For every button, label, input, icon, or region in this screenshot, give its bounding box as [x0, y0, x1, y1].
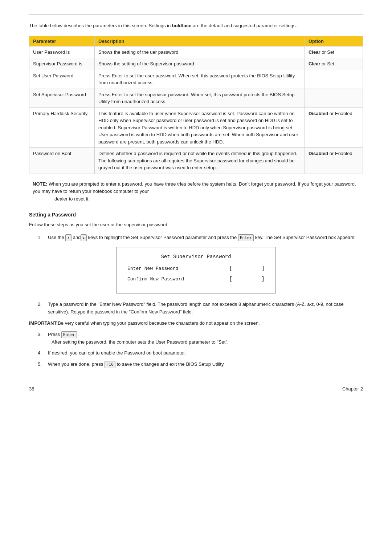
f10-key-icon: F10 [105, 361, 115, 368]
important-block: IMPORTANT:Be very careful when typing yo… [29, 320, 363, 327]
page-footer: 38 Chapter 2 [29, 383, 363, 392]
step-2-text: Type a password in the "Enter New Passwo… [48, 301, 363, 316]
note-text-line2: dealer to reset it. [33, 195, 363, 203]
step-5-text: When you are done, press F10 to save the… [48, 361, 225, 368]
col-header-description: Description [95, 36, 305, 46]
important-label: IMPORTANT: [29, 320, 58, 326]
down-key-icon: ↓ [81, 234, 87, 242]
opt-set-user-password [305, 70, 363, 89]
table-row: Primary Harddisk Security This feature i… [29, 108, 363, 148]
enter-new-password-input[interactable] [232, 266, 261, 271]
step-4-text: If desired, you can opt to enable the Pa… [48, 349, 186, 357]
param-set-user-password: Set User Password [29, 70, 95, 89]
parameters-table: Parameter Description Option User Passwo… [29, 36, 363, 174]
open-bracket-2: [ [229, 276, 232, 282]
desc-password-on-boot: Defines whether a password is required o… [95, 148, 305, 174]
steps-list: 1. Use the ↑ and↓ keys to highlight the … [38, 234, 363, 242]
close-bracket-2: ] [261, 276, 265, 282]
step-1-text: Use the ↑ and↓ keys to highlight the Set… [48, 234, 356, 242]
enter-new-password-label: Enter New Password [127, 266, 229, 271]
intro-text-before: The table below describes the parameters… [29, 23, 172, 28]
enter-key-2: Enter [61, 331, 77, 339]
password-box-title: Set Supervisor Password [127, 254, 265, 260]
desc-supervisor-password-is: Shows the setting of the Supervisor pass… [95, 58, 305, 70]
enter-new-password-row: Enter New Password [ ] [127, 266, 265, 272]
step-4: 4. If desired, you can opt to enable the… [38, 349, 363, 357]
setting-intro: Follow these steps as you set the user o… [29, 221, 363, 229]
note-label: NOTE: [33, 181, 47, 187]
desc-set-supervisor-password: Press Enter to set the supervisor passwo… [95, 89, 305, 108]
intro-bold: boldface [172, 23, 191, 28]
table-row: Set User Password Press Enter to set the… [29, 70, 363, 89]
step-1: 1. Use the ↑ and↓ keys to highlight the … [38, 234, 363, 242]
desc-set-user-password: Press Enter to set the user password. Wh… [95, 70, 305, 89]
opt-set-supervisor-password [305, 89, 363, 108]
steps-list-continued: 2. Type a password in the "Enter New Pas… [38, 301, 363, 316]
param-password-on-boot: Password on Boot [29, 148, 95, 174]
opt-user-password-is: Clear or Set [305, 46, 363, 58]
step-3-num: 3. [38, 331, 45, 346]
up-key-icon: ↑ [65, 234, 72, 242]
step-5-num: 5. [38, 361, 45, 368]
confirm-new-password-row: Confirm New Password [ ] [127, 276, 265, 282]
step-3: 3. Press Enter . After setting the passw… [38, 331, 363, 346]
col-header-parameter: Parameter [29, 36, 95, 46]
confirm-new-password-input[interactable] [232, 276, 261, 282]
page-number: 38 [29, 386, 34, 392]
table-row: Supervisor Password is Shows the setting… [29, 58, 363, 70]
opt-primary-harddisk-security: Disabled or Enabled [305, 108, 363, 148]
note-block: NOTE: When you are prompted to enter a p… [29, 181, 363, 203]
param-primary-harddisk-security: Primary Harddisk Security [29, 108, 95, 148]
desc-primary-harddisk-security: This feature is available to user when S… [95, 108, 305, 148]
chapter-label: Chapter 2 [342, 386, 363, 392]
confirm-new-password-label: Confirm New Password [127, 276, 229, 282]
step-4-num: 4. [38, 349, 45, 357]
set-supervisor-password-box: Set Supervisor Password Enter New Passwo… [116, 247, 276, 293]
step-1-num: 1. [38, 234, 45, 242]
param-set-supervisor-password: Set Supervisor Password [29, 89, 95, 108]
step-5: 5. When you are done, press F10 to save … [38, 361, 363, 368]
intro-text-after: are the default and suggested parameter … [191, 23, 297, 28]
table-row: Password on Boot Defines whether a passw… [29, 148, 363, 174]
table-row: User Password is Shows the setting of th… [29, 46, 363, 58]
opt-password-on-boot: Disabled or Enabled [305, 148, 363, 174]
param-supervisor-password-is: Supervisor Password is [29, 58, 95, 70]
param-user-password-is: User Password is [29, 46, 95, 58]
col-header-option: Option [305, 36, 363, 46]
important-text: Be very careful when typing your passwor… [58, 320, 260, 326]
enter-key-1: Enter [238, 234, 254, 242]
table-row: Set Supervisor Password Press Enter to s… [29, 89, 363, 108]
setting-a-password-heading: Setting a Password [29, 212, 363, 218]
steps-list-final: 3. Press Enter . After setting the passw… [38, 331, 363, 368]
open-bracket-1: [ [229, 266, 232, 272]
step-2-num: 2. [38, 301, 45, 316]
step-3-text: Press Enter . After setting the password… [48, 331, 229, 346]
close-bracket-1: ] [261, 266, 265, 272]
intro-paragraph: The table below describes the parameters… [29, 22, 363, 29]
opt-supervisor-password-is: Clear or Set [305, 58, 363, 70]
note-text: When you are prompted to enter a passwor… [33, 181, 356, 194]
desc-user-password-is: Shows the setting of the uer password. [95, 46, 305, 58]
step-2: 2. Type a password in the "Enter New Pas… [38, 301, 363, 316]
